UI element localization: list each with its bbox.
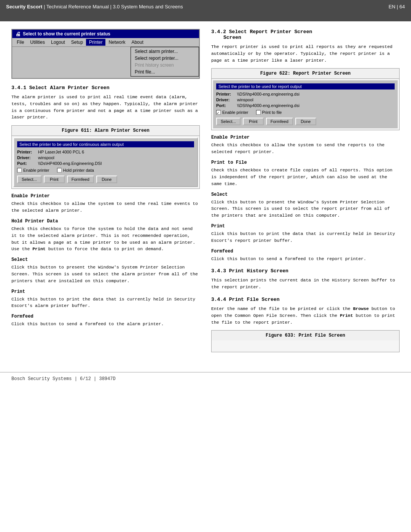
header-title-bold: Security Escort — [6, 4, 42, 10]
right-column: 3.4.2 Select Report Printer Screen Scree… — [211, 29, 400, 357]
dropdown-print-history: Print history screen — [131, 62, 199, 69]
sub-hold-data: Hold Printer Data — [11, 219, 200, 224]
menu-setup[interactable]: Setup — [68, 39, 86, 46]
section-344-text: Enter the name of the file to be printed… — [211, 305, 400, 326]
btn-formfeed-rpt[interactable]: Formfeed — [266, 118, 293, 125]
checkbox-enable-rpt[interactable]: Enable printer — [216, 110, 249, 115]
figure-622-title: Figure 622: Report Printer Screen — [212, 69, 399, 79]
dropdown-print-file[interactable]: Print file... — [131, 69, 199, 75]
section-342-heading: 3.4.2 Select Report Printer Screen Scree… — [211, 29, 400, 40]
browse-bold: Browse — [353, 306, 369, 311]
checkbox-enable-box[interactable] — [17, 168, 22, 173]
sub-enable-printer-left: Enable Printer — [11, 193, 200, 199]
alarm-dialog-title: Select the printer to be used for contin… — [17, 141, 194, 147]
alarm-dialog: Select the printer to be used for contin… — [13, 137, 198, 187]
field-printer-rpt: Printer: \\DSI\hp4000-eng.engineering.ds… — [216, 92, 395, 96]
value-driver: winspool — [38, 155, 54, 160]
value-printer: HP LaserJet 4000 PCL 6 — [38, 150, 84, 154]
checkbox-print-file-label: Print to file — [262, 110, 282, 115]
report-dialog-buttons: Select... Print Formfeed Done — [216, 118, 395, 125]
field-driver-rpt: Driver: winspool — [216, 97, 395, 102]
section-344-heading: 3.4.4 Print File Screen — [211, 297, 400, 302]
sub-print-to-file: Print to File — [211, 160, 400, 165]
header-left: Security Escort | Technical Reference Ma… — [6, 3, 183, 11]
figure-611-title: Figure 611: Alarm Printer Screen — [12, 126, 199, 136]
dropdown-select-alarm[interactable]: Select alarm printer... — [131, 48, 199, 55]
printer-status-box: 🖨 Select to show the current printer sta… — [11, 29, 200, 79]
checkbox-print-file-box[interactable] — [256, 110, 261, 115]
print-bold-inline: Print — [32, 246, 46, 251]
menu-bar: File Utilities Logout Setup Printer Netw… — [12, 38, 199, 47]
section-343-heading: 3.4.3 Print History Screen — [211, 268, 400, 274]
alarm-dialog-buttons: Select... Print Formfeed Done — [17, 176, 194, 183]
checkbox-hold-label: Hold printer data — [63, 168, 94, 173]
figure-633-title: Figure 633: Print File Screen — [212, 331, 399, 340]
menu-file[interactable]: File — [14, 39, 27, 46]
sub-enable-printer-left-text: Check this checkbox to allow the system … — [11, 200, 200, 214]
btn-print-rpt[interactable]: Print — [243, 118, 264, 125]
sub-hold-data-text: Check this checkbox to force the system … — [11, 225, 200, 252]
checkbox-enable-rpt-box[interactable] — [216, 110, 221, 115]
btn-done-alarm[interactable]: Done — [96, 176, 117, 183]
field-driver: Driver: winspool — [17, 155, 194, 160]
printer-icon: 🖨 — [15, 31, 21, 37]
checkbox-hold-box[interactable] — [57, 168, 62, 173]
label-port: Port: — [17, 161, 38, 166]
checkbox-enable-label: Enable printer — [23, 168, 49, 173]
figure-622: Figure 622: Report Printer Screen Select… — [211, 68, 400, 130]
header-right: EN | 64 — [389, 4, 405, 10]
btn-print-alarm[interactable]: Print — [44, 176, 65, 183]
menu-printer[interactable]: Printer — [86, 39, 105, 46]
page-header: Security Escort | Technical Reference Ma… — [0, 0, 411, 21]
sub-print-to-file-text: Check this checkbox to create file copie… — [211, 167, 400, 187]
field-printer: Printer: HP LaserJet 4000 PCL 6 — [17, 150, 194, 154]
menu-logout[interactable]: Logout — [48, 39, 68, 46]
checkbox-hold-data[interactable]: Hold printer data — [57, 168, 94, 173]
sub-print-right-text: Click this button to print the data that… — [211, 230, 400, 244]
report-dialog: Select the printer to be used for report… — [213, 80, 398, 128]
checkbox-enable-rpt-label: Enable printer — [222, 110, 249, 115]
field-port: Port: \\Ds\HP4000-eng.Engineering.DSI — [17, 161, 194, 166]
value-printer-rpt: \\DSI\hp4000-eng.engineering.dsi — [237, 92, 299, 96]
btn-select-rpt[interactable]: Select... — [216, 118, 241, 125]
section-343-text: This selection prints the current data i… — [211, 277, 400, 291]
printer-status-titlebar: 🖨 Select to show the current printer sta… — [12, 30, 199, 38]
checkbox-enable-printer[interactable]: Enable printer — [17, 168, 49, 173]
checkbox-print-file[interactable]: Print to file — [256, 110, 282, 115]
label-driver-rpt: Driver: — [216, 97, 237, 102]
label-printer-rpt: Printer: — [216, 92, 237, 96]
value-port-rpt: \\DSI\hp4000-eng.engineering.dsi — [237, 103, 299, 108]
menu-utilities[interactable]: Utilities — [27, 39, 48, 46]
checkbox-row-alarm: Enable printer Hold printer data — [17, 168, 194, 173]
sub-select-right: Select — [211, 192, 400, 197]
menu-network[interactable]: Network — [105, 39, 128, 46]
checkbox-row-report: Enable printer Print to file — [216, 110, 395, 115]
btn-select-alarm[interactable]: Select... — [17, 176, 41, 183]
sub-formfeed-left: Formfeed — [11, 314, 200, 319]
sub-select-right-text: Click this button to present the Window'… — [211, 199, 400, 219]
section-341-text: The alarm printer is used to print all r… — [11, 94, 200, 121]
left-column: 🖨 Select to show the current printer sta… — [11, 29, 200, 357]
main-content: 🖨 Select to show the current printer sta… — [0, 21, 411, 364]
printer-status-title: Select to show the current printer statu… — [23, 31, 110, 37]
sub-select-left-text: Click this button to present the Window'… — [11, 264, 200, 284]
menu-about[interactable]: About — [128, 39, 146, 46]
sub-print-left-text: Click this button to print the data that… — [11, 296, 200, 310]
sub-enable-printer-right-text: Check this checkbox to allow the system … — [211, 142, 400, 155]
sub-enable-printer-right: Enable Printer — [211, 135, 400, 140]
sub-print-left: Print — [11, 289, 200, 294]
report-dialog-title: Select the printer to be used for report… — [216, 83, 395, 89]
label-printer: Printer: — [17, 150, 38, 154]
dropdown-select-report[interactable]: Select report printer... — [131, 55, 199, 62]
printer-dropdown: Select alarm printer... Select report pr… — [131, 47, 199, 77]
sub-print-right: Print — [211, 224, 400, 229]
print-bold-344: Print — [340, 313, 353, 318]
section-341-heading: 3.4.1 Select Alarm Printer Screen — [11, 85, 200, 91]
btn-formfeed-alarm[interactable]: Formfeed — [67, 176, 94, 183]
figure-633: Figure 633: Print File Screen — [211, 330, 400, 352]
btn-done-rpt[interactable]: Done — [295, 118, 316, 125]
footer-text: Bosch Security Systems | 6/12 | 38947D — [11, 376, 116, 382]
field-port-rpt: Port: \\DSI\hp4000-eng.engineering.dsi — [216, 103, 395, 108]
value-driver-rpt: winspool — [237, 97, 253, 102]
value-port: \\Ds\HP4000-eng.Engineering.DSI — [38, 161, 102, 166]
